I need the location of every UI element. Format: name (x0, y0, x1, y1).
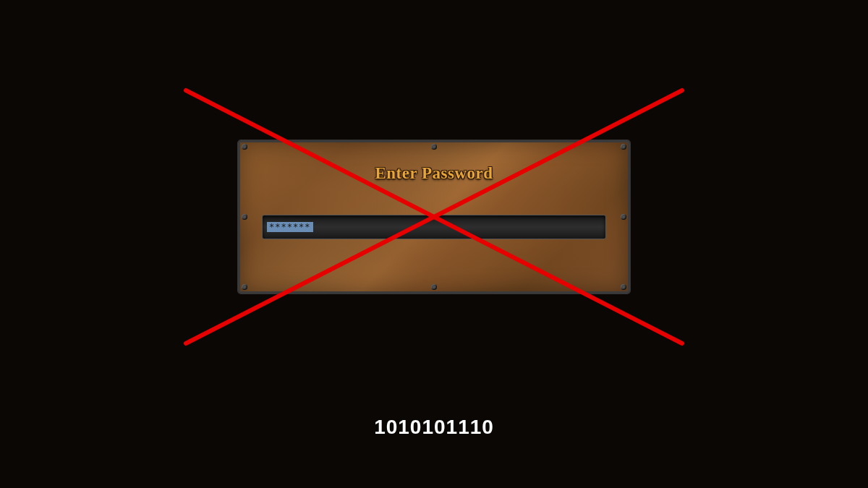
password-input[interactable]: ******* (262, 215, 606, 239)
caption-binary-text: 1010101110 (0, 416, 868, 439)
dialog-title: Enter Password (240, 164, 628, 183)
password-dialog-panel: Enter Password ******* (238, 140, 630, 294)
password-masked-value: ******* (267, 222, 313, 232)
